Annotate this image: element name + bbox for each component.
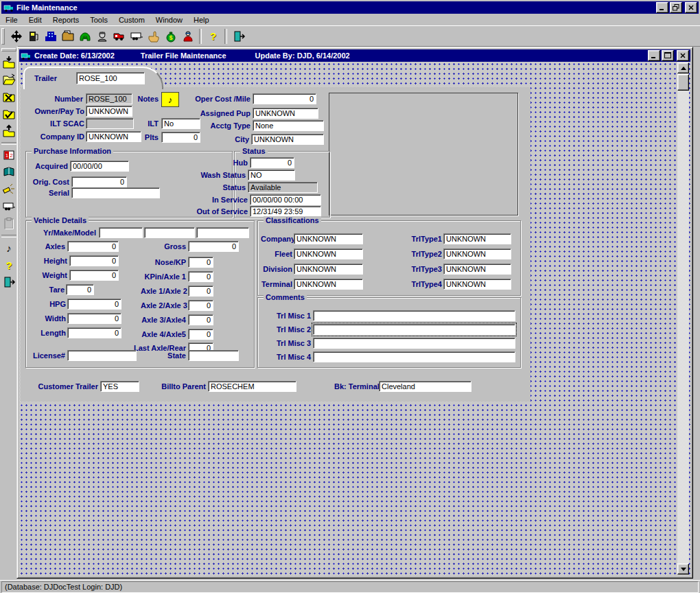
exit-button[interactable] xyxy=(230,27,247,45)
fuel-pump-button[interactable] xyxy=(25,27,42,45)
notes-button[interactable]: ♪ xyxy=(161,92,179,107)
toolbar-grip[interactable] xyxy=(1,28,5,45)
dispatch-hand-button[interactable] xyxy=(145,27,162,45)
model-input[interactable] xyxy=(196,227,249,238)
trl-misc2-input[interactable] xyxy=(313,324,515,335)
oper-cost-input[interactable] xyxy=(253,93,316,104)
city-input[interactable] xyxy=(251,134,324,145)
company-id-input[interactable] xyxy=(86,131,141,142)
trl-misc4-input[interactable] xyxy=(313,351,515,362)
menu-tools[interactable]: Tools xyxy=(84,14,113,25)
axle4-axle5-input[interactable] xyxy=(188,329,213,340)
restore-button[interactable] xyxy=(670,2,682,13)
company-label: Company xyxy=(261,235,292,244)
scroll-up-button[interactable] xyxy=(677,62,689,73)
exit-button-left[interactable] xyxy=(1,274,17,290)
phone-button[interactable] xyxy=(76,27,93,45)
out-of-service-input[interactable] xyxy=(250,206,321,217)
agent-button[interactable] xyxy=(179,27,196,45)
toolbar-grip[interactable] xyxy=(1,48,16,51)
assigned-pup-input[interactable] xyxy=(253,108,318,119)
trltype1-input[interactable] xyxy=(443,233,511,244)
help-button[interactable]: ? xyxy=(205,27,222,45)
hpg-input[interactable] xyxy=(67,299,121,310)
orig-cost-input[interactable] xyxy=(71,176,127,187)
trltype2-input[interactable] xyxy=(443,248,511,259)
close-button[interactable] xyxy=(685,2,697,13)
acquired-input[interactable] xyxy=(70,161,129,172)
trl-misc1-input[interactable] xyxy=(313,310,515,321)
in-service-input[interactable] xyxy=(250,194,321,205)
kpin-axle1-input[interactable] xyxy=(188,271,213,282)
trl-misc3-input[interactable] xyxy=(313,338,515,349)
trailer-input[interactable] xyxy=(76,72,145,84)
billto-parent-input[interactable] xyxy=(208,381,296,392)
in-service-label: In Service xyxy=(196,196,248,205)
weight-input[interactable] xyxy=(69,270,119,281)
phone-icon xyxy=(78,30,92,43)
menu-help[interactable]: Help xyxy=(188,14,215,25)
truck-button[interactable] xyxy=(110,27,128,45)
minimize-button[interactable] xyxy=(656,2,668,13)
tare-input[interactable] xyxy=(66,284,94,295)
exit-door-icon xyxy=(232,30,246,43)
length-input[interactable] xyxy=(67,327,121,338)
file-delete-button[interactable] xyxy=(1,89,17,105)
menu-custom[interactable]: Custom xyxy=(113,14,150,25)
menu-window[interactable]: Window xyxy=(150,14,188,25)
owner-pay-to-input[interactable] xyxy=(86,106,132,117)
file-save-button[interactable] xyxy=(1,54,17,71)
scrollbar-thumb[interactable] xyxy=(677,74,689,91)
wash-status-input[interactable] xyxy=(248,170,295,181)
nose-kp-input[interactable] xyxy=(188,257,213,268)
state-input[interactable] xyxy=(188,350,239,361)
inner-close-button[interactable] xyxy=(677,50,689,61)
scroll-down-button[interactable] xyxy=(677,563,689,574)
menu-file[interactable]: File xyxy=(0,14,23,25)
serial-input[interactable] xyxy=(71,187,160,198)
orders-folder-button[interactable] xyxy=(59,27,76,45)
help-button-left[interactable]: ? xyxy=(1,257,17,273)
money-bag-button[interactable]: $ xyxy=(162,27,179,45)
axle3-axle4-input[interactable] xyxy=(188,314,213,325)
bk-terminal-input[interactable] xyxy=(379,381,471,392)
customer-trailer-input[interactable] xyxy=(100,381,139,392)
trltype4-input[interactable] xyxy=(443,279,511,290)
menu-edit[interactable]: Edit xyxy=(23,14,47,25)
axle2-axle3-input[interactable] xyxy=(188,300,213,311)
division-input[interactable] xyxy=(294,264,363,275)
file-export-button[interactable] xyxy=(1,123,17,139)
inner-maximize-button[interactable] xyxy=(662,50,674,61)
driver-button[interactable] xyxy=(93,27,110,45)
search-light-button[interactable] xyxy=(1,181,17,198)
terminal-input[interactable] xyxy=(294,279,363,290)
axle1-axle2-input[interactable] xyxy=(188,286,213,296)
navigate-button[interactable] xyxy=(8,27,25,45)
gross-input[interactable] xyxy=(188,241,239,252)
book-button[interactable] xyxy=(1,164,17,181)
acctg-type-input[interactable] xyxy=(253,120,324,131)
width-input[interactable] xyxy=(67,313,121,324)
vertical-scrollbar[interactable] xyxy=(677,62,689,574)
yr-input[interactable] xyxy=(99,227,143,238)
trailer-button-left[interactable] xyxy=(1,198,17,215)
license-input[interactable] xyxy=(67,350,137,361)
company-button[interactable] xyxy=(42,27,59,45)
menu-reports[interactable]: Reports xyxy=(47,14,85,25)
gross-label: Gross xyxy=(160,242,186,251)
trailer-button[interactable] xyxy=(128,27,145,45)
plts-input[interactable] xyxy=(161,132,200,143)
company-input[interactable] xyxy=(294,233,363,244)
axles-input[interactable] xyxy=(67,241,119,252)
make-input[interactable] xyxy=(144,227,195,238)
clipboard-button[interactable] xyxy=(1,216,17,232)
hub-input[interactable] xyxy=(250,157,294,168)
inner-minimize-button[interactable] xyxy=(648,50,660,61)
notes-button-left[interactable]: ♪ xyxy=(1,240,17,256)
fleet-input[interactable] xyxy=(294,248,363,259)
rate-card-button[interactable]: 12 xyxy=(1,147,17,163)
file-open-button[interactable] xyxy=(1,71,17,88)
file-approve-button[interactable] xyxy=(1,106,17,122)
trltype3-input[interactable] xyxy=(443,264,511,275)
height-input[interactable] xyxy=(69,255,119,266)
